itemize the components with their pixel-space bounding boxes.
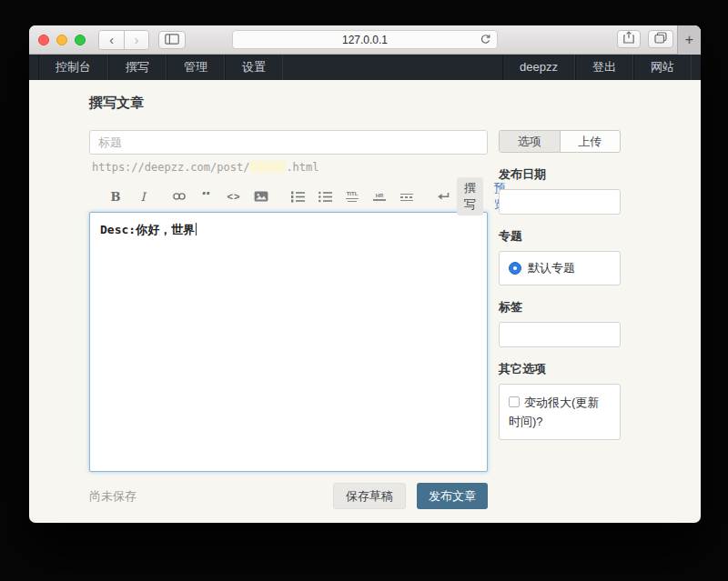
share-button[interactable] — [617, 30, 641, 48]
save-draft-button[interactable]: 保存草稿 — [333, 483, 406, 509]
heading-icon: TITL — [346, 191, 359, 202]
link-icon — [172, 192, 187, 201]
editor-content: Desc:你好，世界 — [100, 223, 195, 236]
unordered-list-icon — [318, 191, 332, 203]
image-icon — [254, 191, 268, 202]
radio-selected-icon[interactable] — [509, 262, 521, 275]
topic-option-label: 默认专题 — [528, 260, 575, 276]
post-title-input[interactable] — [89, 130, 488, 155]
browser-window: ‹ › 127.0.0.1 — [29, 25, 701, 523]
bold-button[interactable]: B — [107, 190, 124, 204]
back-button[interactable]: ‹ — [99, 31, 124, 49]
topic-list-box: 默认专题 — [499, 251, 621, 285]
editor-footer: 尚未保存 保存草稿 发布文章 — [89, 483, 488, 509]
publish-date-input[interactable] — [499, 189, 621, 215]
plus-icon: + — [685, 32, 693, 48]
ordered-list-button[interactable] — [289, 191, 306, 203]
nav-item-dashboard[interactable]: 控制台 — [38, 55, 108, 80]
window-controls — [38, 35, 86, 45]
permalink-suffix: .html — [286, 161, 318, 174]
new-tab-button[interactable]: + — [677, 25, 701, 55]
major-change-option[interactable]: 变动很大(更新时间)? — [509, 396, 599, 428]
forward-button[interactable]: › — [124, 31, 148, 49]
other-options-box: 变动很大(更新时间)? — [499, 384, 621, 440]
history-nav-group: ‹ › — [98, 30, 149, 50]
navbar-right-group: deepzz 登出 网站 — [502, 55, 692, 80]
topic-label: 专题 — [499, 228, 621, 245]
nav-item-username[interactable]: deepzz — [502, 55, 575, 80]
nav-item-settings[interactable]: 设置 — [225, 55, 283, 80]
page-break-icon — [400, 192, 413, 201]
chrome-right-buttons — [617, 30, 673, 48]
save-status-text: 尚未保存 — [89, 488, 136, 505]
nav-item-site[interactable]: 网站 — [633, 55, 692, 80]
address-text: 127.0.0.1 — [342, 34, 388, 46]
options-sidebar: 选项 上传 发布日期 专题 默认专题 标签 其它选项 变动很 — [499, 130, 621, 509]
reload-button[interactable] — [480, 34, 491, 48]
tab-options[interactable]: 选项 — [500, 131, 560, 152]
text-caret — [196, 223, 197, 235]
markdown-editor[interactable]: Desc:你好，世界 — [89, 212, 488, 472]
close-window-button[interactable] — [38, 35, 49, 45]
italic-button[interactable]: I — [135, 190, 151, 204]
editor-column: https://deepzz.com/post/.html B I “ <> — [89, 130, 488, 509]
major-change-label: 变动很大(更新时间)? — [509, 396, 599, 428]
topic-option-row[interactable]: 默认专题 — [509, 260, 611, 276]
sidebar-tabs: 选项 上传 — [499, 130, 621, 153]
nav-item-write[interactable]: 撰写 — [108, 55, 167, 80]
nav-item-manage[interactable]: 管理 — [167, 55, 225, 80]
show-tabs-button[interactable] — [648, 30, 673, 48]
link-button[interactable] — [171, 192, 187, 201]
page-title: 撰写文章 — [89, 95, 701, 112]
tab-upload[interactable]: 上传 — [560, 131, 621, 152]
blockquote-button[interactable]: “ — [198, 192, 215, 202]
image-button[interactable] — [253, 191, 269, 202]
tags-input[interactable] — [499, 322, 621, 347]
permalink-slug-highlight — [249, 161, 286, 173]
undo-button[interactable] — [435, 192, 451, 201]
admin-navbar: 控制台 撰写 管理 设置 deepzz 登出 网站 — [29, 55, 701, 80]
minimize-window-button[interactable] — [56, 35, 67, 45]
checkbox-unchecked-icon[interactable] — [509, 396, 520, 407]
heading-button[interactable]: TITL — [344, 191, 360, 202]
tabs-overview-icon — [654, 31, 667, 47]
publish-button[interactable]: 发布文章 — [417, 483, 488, 509]
unordered-list-button[interactable] — [317, 191, 333, 203]
zoom-window-button[interactable] — [75, 35, 86, 45]
sidebar-toggle-button[interactable] — [158, 31, 186, 49]
horizontal-rule-button[interactable]: HR — [371, 193, 388, 201]
permalink-preview: https://deepzz.com/post/.html — [89, 161, 488, 174]
address-bar[interactable]: 127.0.0.1 — [232, 30, 498, 49]
permalink-prefix: https://deepzz.com/post/ — [92, 161, 249, 174]
write-mode-tab[interactable]: 撰写 — [457, 177, 483, 215]
share-icon — [623, 31, 634, 47]
browser-toolbar: ‹ › 127.0.0.1 — [29, 25, 701, 55]
undo-icon — [437, 192, 450, 201]
horizontal-rule-icon: HR — [373, 193, 386, 201]
markdown-toolbar: B I “ <> — [89, 186, 488, 206]
sidebar-icon — [165, 32, 179, 48]
ordered-list-icon — [291, 191, 305, 203]
write-post-page: 撰写文章 https://deepzz.com/post/.html B I “… — [29, 80, 701, 509]
publish-date-label: 发布日期 — [499, 166, 621, 183]
other-options-label: 其它选项 — [499, 361, 621, 377]
code-button[interactable]: <> — [226, 191, 242, 202]
nav-item-logout[interactable]: 登出 — [575, 55, 633, 80]
tags-label: 标签 — [499, 299, 621, 316]
page-break-button[interactable] — [399, 192, 415, 201]
